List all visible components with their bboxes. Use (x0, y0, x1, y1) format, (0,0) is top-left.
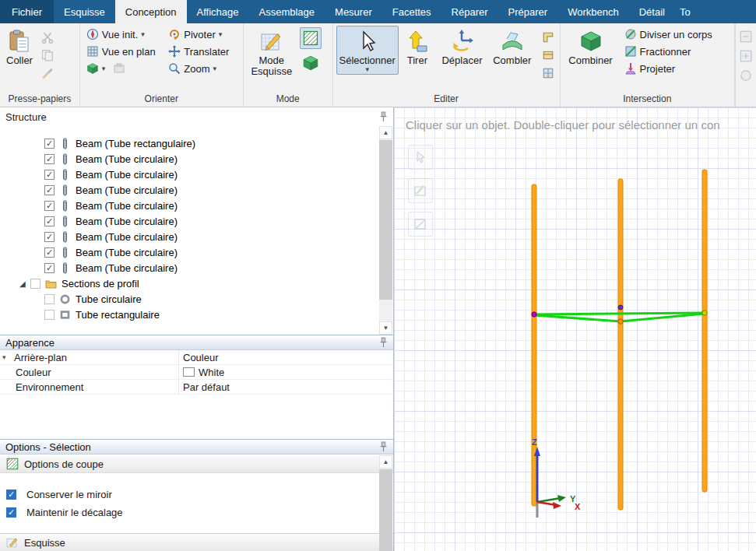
tree-item[interactable]: ✓ Beam (Tube circulaire) (0, 229, 393, 244)
scrollbar-thumb[interactable] (379, 469, 392, 551)
checkbox[interactable]: ✓ (44, 247, 55, 258)
view-cube-button[interactable]: ▾ (83, 60, 164, 77)
vertex-point[interactable] (702, 311, 707, 315)
zoom-button[interactable]: Zoom ▾ (165, 60, 240, 77)
color-swatch[interactable] (183, 367, 195, 377)
checkbox[interactable]: ✓ (44, 185, 55, 195)
paste-button[interactable]: Coller (3, 26, 36, 68)
edit-extra-button-1[interactable] (540, 30, 557, 45)
checkbox[interactable]: ✓ (44, 216, 55, 226)
pin-icon[interactable] (379, 111, 388, 122)
pivot-button[interactable]: Pivoter ▾ (165, 26, 240, 43)
tree-scrollbar[interactable]: ▲ ▼ (379, 126, 392, 335)
selected-line-2[interactable] (534, 315, 621, 321)
scroll-down-icon[interactable]: ▼ (379, 321, 392, 335)
selected-line-3[interactable] (621, 314, 705, 321)
checkbox[interactable] (30, 279, 40, 289)
tab-reparer[interactable]: Réparer (441, 0, 498, 23)
checkbox[interactable]: ✓ (6, 507, 16, 518)
tab-mesurer[interactable]: Mesurer (325, 0, 382, 23)
scroll-up-icon[interactable]: ▲ (379, 455, 392, 469)
beam-body-2[interactable] (618, 179, 623, 510)
appearance-panel-header[interactable]: Apparence (0, 335, 393, 350)
tab-workbench[interactable]: Workbench (557, 0, 629, 23)
sketch-mode-button[interactable]: Mode Esquisse (247, 26, 297, 79)
tree-item[interactable]: Tube circulaire (0, 291, 393, 307)
checkbox[interactable] (44, 310, 55, 320)
translate-button[interactable]: Translater (165, 43, 240, 60)
move-button[interactable]: Déplacer (436, 26, 488, 68)
checkbox[interactable]: ✓ (44, 139, 55, 149)
snapshot-icon[interactable] (113, 62, 125, 75)
tab-preparer[interactable]: Préparer (498, 0, 558, 23)
tree-item[interactable]: ✓ Beam (Tube circulaire) (0, 167, 393, 182)
tab-detail[interactable]: Détail (629, 0, 675, 23)
overflow-tool-icon[interactable] (739, 49, 753, 63)
overflow-tool-icon[interactable] (739, 30, 753, 44)
3d-viewport[interactable]: Cliquer sur un objet. Double-cliquer pou… (394, 107, 756, 551)
view-init-button[interactable]: Vue init. ▾ (83, 26, 164, 43)
tree-item[interactable]: Tube rectangulaire (0, 307, 393, 322)
tree-item[interactable]: ◢ Sections de profil (0, 276, 393, 291)
split-body-button[interactable]: Diviser un corps (621, 26, 716, 43)
selection-options-panel-header[interactable]: Options - Sélection (0, 439, 393, 454)
overflow-tool-icon[interactable] (739, 68, 753, 82)
pin-icon[interactable] (379, 441, 388, 452)
checkbox[interactable]: ✓ (44, 201, 55, 211)
tree-item[interactable]: ✓ Beam (Tube circulaire) (0, 151, 393, 167)
checkbox[interactable] (44, 294, 55, 304)
checkbox[interactable]: ✓ (44, 154, 55, 164)
chevron-down-icon[interactable]: ▾ (2, 353, 11, 361)
property-row[interactable]: Environnement Par défaut (0, 380, 393, 395)
property-row[interactable]: ▾ Arrière-plan Couleur (0, 350, 393, 365)
checkbox[interactable]: ✓ (44, 170, 55, 180)
beam-body-1[interactable] (532, 184, 536, 506)
tab-assemblage[interactable]: Assemblage (249, 0, 325, 23)
tree-item[interactable]: ✓ Beam (Tube circulaire) (0, 260, 393, 276)
cut-options-row[interactable]: Options de coupe (0, 455, 393, 473)
beam-icon (59, 169, 71, 181)
pin-icon[interactable] (379, 337, 388, 348)
tree-item[interactable]: ✓ Beam (Tube circulaire) (0, 213, 393, 229)
tab-fichier[interactable]: Fichier (0, 0, 54, 23)
edit-extra-button-2[interactable] (540, 47, 557, 63)
scroll-up-icon[interactable]: ▲ (379, 126, 392, 139)
section-mode-button[interactable] (300, 27, 322, 49)
scrollbar-thumb[interactable] (379, 140, 392, 300)
tab-affichage[interactable]: Affichage (187, 0, 249, 23)
pull-button[interactable]: Tirer (399, 26, 436, 68)
checkbox[interactable]: ✓ (44, 263, 55, 273)
property-row[interactable]: Couleur White (0, 365, 393, 380)
checkbox[interactable]: ✓ (6, 490, 16, 500)
tree-item[interactable]: ✓ Beam (Tube circulaire) (0, 244, 393, 260)
tab-esquisse[interactable]: Esquisse (54, 0, 115, 23)
selected-line-1[interactable] (534, 313, 705, 314)
expander-icon[interactable]: ◢ (19, 279, 30, 288)
sketch-section-row[interactable]: Esquisse (0, 533, 393, 551)
project-button[interactable]: Projeter (621, 60, 716, 77)
fill-button[interactable]: Combler (488, 26, 536, 68)
tab-facettes[interactable]: Facettes (382, 0, 441, 23)
split-button[interactable]: Fractionner (621, 43, 716, 60)
vertex-point[interactable] (532, 312, 536, 317)
copy-button[interactable] (39, 47, 56, 63)
beam-body-3[interactable] (702, 170, 707, 492)
select-button[interactable]: Sélectionner ▾ (336, 26, 399, 75)
combine-button[interactable]: Combiner (564, 26, 618, 68)
plan-view-button[interactable]: Vue en plan (83, 43, 164, 60)
format-painter-button[interactable] (39, 65, 56, 81)
cut-button[interactable] (39, 30, 56, 45)
checkbox[interactable]: ✓ (44, 232, 55, 242)
tab-conception[interactable]: Conception (115, 0, 187, 23)
edit-extra-button-3[interactable] (540, 65, 557, 81)
tab-cut-right[interactable]: To (675, 0, 695, 23)
options-scrollbar[interactable]: ▲ (379, 455, 392, 551)
keep-offset-option[interactable]: ✓ Maintenir le décalage (0, 504, 393, 521)
vertex-point[interactable] (618, 319, 623, 324)
tree-item[interactable]: ✓ Beam (Tube circulaire) (0, 198, 393, 213)
keep-mirror-option[interactable]: ✓ Conserver le miroir (0, 486, 393, 504)
vertex-point[interactable] (618, 305, 623, 310)
tree-item[interactable]: ✓ Beam (Tube circulaire) (0, 182, 393, 198)
tree-item[interactable]: ✓ Beam (Tube rectangulaire) (0, 135, 393, 151)
solid-mode-button[interactable] (300, 52, 322, 74)
